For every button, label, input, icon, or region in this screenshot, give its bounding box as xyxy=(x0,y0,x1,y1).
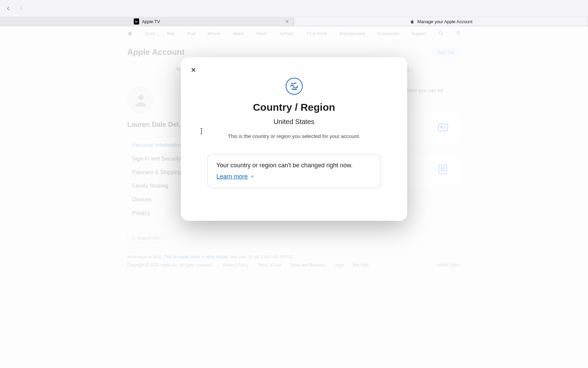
modal-title: Country / Region xyxy=(200,102,388,113)
learn-more-label: Learn more xyxy=(216,173,248,180)
current-country: United States xyxy=(200,118,388,126)
apple-logo-icon xyxy=(409,19,415,24)
tab-label: Apple TV xyxy=(142,19,160,24)
apple-tv-icon: tv xyxy=(134,19,139,24)
svg-line-10 xyxy=(251,176,253,178)
close-modal-button[interactable] xyxy=(189,65,198,74)
modal-description: This is the country or region you select… xyxy=(200,133,388,139)
globe-icon xyxy=(200,78,388,95)
country-region-modal: Country / Region United States This is t… xyxy=(181,57,407,221)
learn-more-link[interactable]: Learn more xyxy=(216,173,254,180)
browser-tab-apple-account[interactable]: Manage your Apple Account xyxy=(294,17,588,26)
info-box: Your country or region can't be changed … xyxy=(207,154,381,188)
info-message: Your country or region can't be changed … xyxy=(216,162,372,169)
forward-button[interactable] xyxy=(18,5,24,12)
tab-label: Manage your Apple Account xyxy=(418,19,473,24)
close-tab-icon[interactable]: ✕ xyxy=(285,19,289,24)
browser-tab-apple-tv[interactable]: tv Apple TV ✕ xyxy=(0,17,294,26)
back-button[interactable] xyxy=(5,5,12,12)
browser-nav-bar xyxy=(0,0,588,17)
browser-tab-row: tv Apple TV ✕ Manage your Apple Account xyxy=(0,17,588,26)
